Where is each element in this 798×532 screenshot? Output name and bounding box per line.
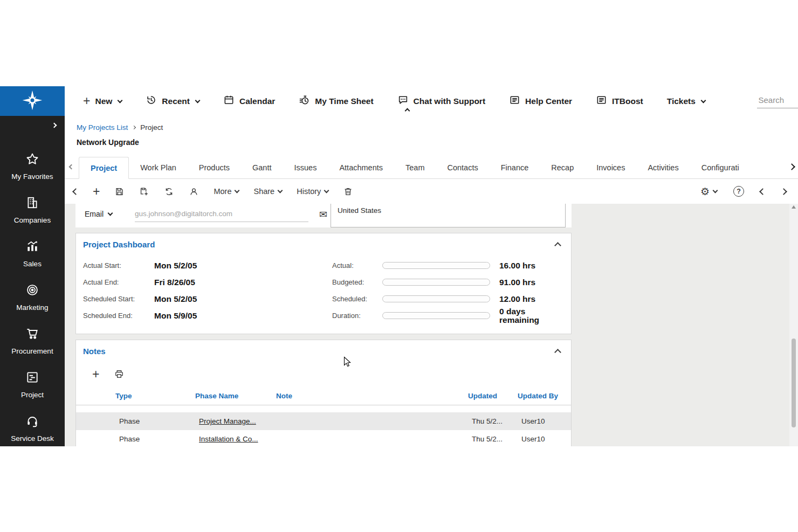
dashboard-metrics: Actual: 16.00 hrs Budgeted: 91.00 hrs Sc… <box>332 257 553 324</box>
phase-name-link[interactable]: Installation & Co... <box>195 435 276 443</box>
document-list-icon <box>596 94 607 108</box>
chevron-right-icon <box>52 123 57 128</box>
share-label: Share <box>253 187 274 196</box>
country-field[interactable]: United States <box>331 204 566 227</box>
recent-menu[interactable]: Recent <box>146 94 200 108</box>
note-row[interactable]: Phase Project Manage... Thu 5/2... User1… <box>76 412 571 430</box>
note-updated: Thu 5/2... <box>468 435 518 443</box>
calendar-menu[interactable]: Calendar <box>223 94 275 108</box>
breadcrumb-link[interactable]: My Projects List <box>77 123 128 132</box>
scheduled-hours-label: Scheduled: <box>332 295 382 303</box>
tab-project[interactable]: Project <box>79 157 129 179</box>
vertical-scrollbar[interactable] <box>789 204 798 446</box>
my-time-sheet-menu[interactable]: My Time Sheet <box>299 94 373 108</box>
bar-chart-icon <box>25 239 39 255</box>
tab-products[interactable]: Products <box>188 157 241 178</box>
phase-name-link[interactable]: Project Manage... <box>195 417 276 425</box>
duration-label: Duration: <box>332 312 382 320</box>
new-menu-label: New <box>95 96 112 106</box>
add-note-button[interactable]: + <box>92 369 99 379</box>
search-input[interactable]: Search <box>757 94 798 108</box>
new-menu[interactable]: + New <box>83 96 122 106</box>
more-menu[interactable]: More <box>214 187 239 196</box>
plus-icon: + <box>83 96 90 106</box>
connectwise-logo[interactable] <box>0 86 65 116</box>
breadcrumb: My Projects List Project <box>77 123 163 132</box>
scroll-up-arrow-icon[interactable] <box>792 205 796 209</box>
tickets-menu[interactable]: Tickets <box>667 96 705 106</box>
contact-button[interactable] <box>189 186 199 197</box>
collapse-chevron-icon[interactable] <box>554 242 561 249</box>
note-updated: Thu 5/2... <box>468 417 518 425</box>
tab-attachments[interactable]: Attachments <box>328 157 394 178</box>
save-button[interactable] <box>114 186 125 197</box>
help-center-label: Help Center <box>525 96 572 106</box>
timesheet-open-caret-icon[interactable] <box>405 108 410 114</box>
metric-row: Duration: 0 days remaining <box>332 307 553 324</box>
column-updated[interactable]: Updated <box>468 392 518 400</box>
tab-configurations[interactable]: Configurati <box>690 157 751 178</box>
delete-button[interactable] <box>343 186 353 197</box>
tab-gantt[interactable]: Gantt <box>241 157 283 178</box>
help-button[interactable]: ? <box>733 186 744 197</box>
back-button[interactable] <box>73 189 78 194</box>
email-input[interactable] <box>135 206 308 222</box>
email-type-dropdown[interactable]: Email <box>85 210 112 218</box>
tab-issues[interactable]: Issues <box>283 157 328 178</box>
save-plus-icon <box>139 186 149 197</box>
project-dashboard-header: Project Dashboard <box>76 233 571 249</box>
tab-work-plan[interactable]: Work Plan <box>129 157 188 178</box>
sidebar-item-my-favorites[interactable]: My Favorites <box>0 145 65 189</box>
chevron-down-icon <box>235 188 240 194</box>
envelope-icon[interactable]: ✉ <box>319 209 327 220</box>
trash-icon <box>343 186 353 197</box>
sidebar-item-marketing[interactable]: Marketing <box>0 276 65 320</box>
sidebar-item-service-desk[interactable]: Service Desk <box>0 407 65 446</box>
top-menu: + New Recent <box>65 86 798 116</box>
history-menu[interactable]: History <box>297 187 328 196</box>
scrollbar-thumb[interactable] <box>792 338 796 427</box>
calendar-menu-label: Calendar <box>239 96 275 106</box>
tab-recap[interactable]: Recap <box>540 157 585 178</box>
sidebar-item-companies[interactable]: Companies <box>0 189 65 232</box>
metric-row: Scheduled: 12.00 hrs <box>332 291 553 307</box>
column-note[interactable]: Note <box>276 392 468 400</box>
scheduled-hours-value: 12.00 hrs <box>499 295 553 303</box>
column-updated-by[interactable]: Updated By <box>518 392 572 400</box>
collapse-chevron-icon[interactable] <box>554 349 561 356</box>
sidebar-item-sales[interactable]: Sales <box>0 232 65 276</box>
save-and-add-button[interactable] <box>139 186 149 197</box>
chat-with-support-menu[interactable]: Chat with Support <box>397 94 485 108</box>
share-menu[interactable]: Share <box>253 187 282 196</box>
next-record-button[interactable] <box>781 189 786 194</box>
settings-menu[interactable]: ⚙ <box>700 186 717 197</box>
page-title: Network Upgrade <box>77 138 139 147</box>
chevron-down-icon <box>108 211 113 216</box>
chevron-down-icon <box>713 188 718 194</box>
column-type[interactable]: Type <box>115 392 195 400</box>
print-notes-button[interactable] <box>114 369 125 379</box>
tab-finance[interactable]: Finance <box>490 157 540 178</box>
tab-activities[interactable]: Activities <box>636 157 690 178</box>
tabs-scroll-left-icon[interactable] <box>69 164 74 170</box>
tab-contacts[interactable]: Contacts <box>436 157 489 178</box>
app-window: + New Recent <box>0 0 798 532</box>
help-center-menu[interactable]: Help Center <box>509 94 572 108</box>
duration-progress-bar <box>382 312 490 319</box>
plus-icon: + <box>93 186 100 197</box>
chevron-right-icon <box>132 126 136 129</box>
note-row[interactable]: Phase Installation & Co... Thu 5/2... Us… <box>76 430 571 446</box>
sidebar-item-procurement[interactable]: Procurement <box>0 320 65 363</box>
sidebar-expand-button[interactable] <box>0 116 65 135</box>
add-button[interactable]: + <box>93 186 100 197</box>
refresh-button[interactable] <box>164 186 174 197</box>
itboost-menu[interactable]: ITBoost <box>596 94 643 108</box>
actual-end-value: Fri 8/26/05 <box>154 278 195 287</box>
chevron-down-icon <box>700 98 706 103</box>
tab-team[interactable]: Team <box>394 157 436 178</box>
previous-record-button[interactable] <box>760 189 765 194</box>
tabs-scroll-right-icon[interactable] <box>788 163 795 170</box>
sidebar-item-project[interactable]: Project <box>0 363 65 407</box>
column-phase-name[interactable]: Phase Name <box>195 392 276 400</box>
tab-invoices[interactable]: Invoices <box>585 157 636 178</box>
